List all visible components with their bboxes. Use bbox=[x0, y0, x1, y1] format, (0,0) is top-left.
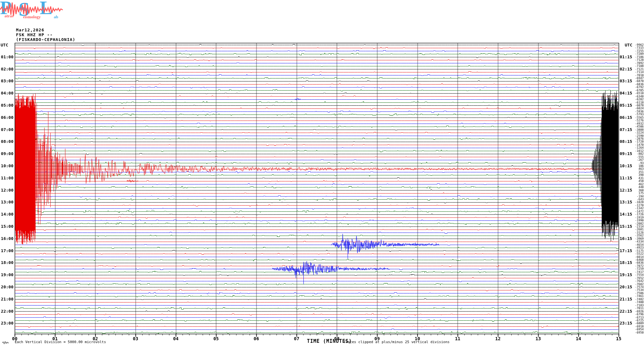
x-tick-label: 04 bbox=[169, 336, 183, 341]
right-hour-label: 17:15 bbox=[620, 248, 632, 253]
header-date: Mar12,2026 bbox=[16, 28, 44, 32]
left-hour-label: 18:00 bbox=[0, 260, 13, 265]
right-hour-label: 23:15 bbox=[620, 321, 632, 325]
scale-note: Each Vertical Division = 5000.00 microvo… bbox=[15, 340, 106, 344]
right-hour-label: 08:15 bbox=[620, 139, 632, 144]
x-tick-label: 13 bbox=[531, 336, 545, 341]
x-tick-label: 15 bbox=[612, 336, 626, 341]
left-hour-label: 19:00 bbox=[0, 272, 13, 277]
left-hour-label: 21:00 bbox=[0, 297, 13, 301]
left-hour-label: 15:00 bbox=[0, 224, 13, 229]
left-hour-label: 11:00 bbox=[0, 176, 13, 180]
right-hour-label: 09:15 bbox=[620, 151, 632, 156]
left-hour-label: 12:00 bbox=[0, 188, 13, 193]
footer-waveform-icon bbox=[2, 340, 9, 346]
left-hour-label: 16:00 bbox=[0, 236, 13, 241]
right-hour-label: 02:15 bbox=[620, 67, 632, 71]
left-hour-label: 23:00 bbox=[0, 321, 13, 325]
seismogram-plot-canvas bbox=[0, 0, 644, 346]
left-hour-label: 02:00 bbox=[0, 67, 13, 71]
x-tick-label: 14 bbox=[571, 336, 585, 341]
left-hour-label: 20:00 bbox=[0, 284, 13, 289]
right-hour-label: 03:15 bbox=[620, 78, 632, 83]
left-hour-label: 04:00 bbox=[0, 91, 13, 95]
left-hour-label: 03:00 bbox=[0, 78, 13, 83]
right-hour-label: 06:15 bbox=[620, 115, 632, 120]
x-tick-label: 07 bbox=[290, 336, 304, 341]
right-hour-label: 10:15 bbox=[620, 163, 632, 168]
right-hour-label: 19:15 bbox=[620, 272, 632, 277]
header-location: (FISKARDO-CEPHALONIA) bbox=[16, 37, 75, 42]
x-tick-label: 05 bbox=[209, 336, 223, 341]
left-hour-label: 14:00 bbox=[0, 212, 13, 217]
left-hour-label: 01:00 bbox=[0, 54, 13, 59]
right-hour-label: 05:15 bbox=[620, 103, 632, 108]
x-tick-label: 12 bbox=[491, 336, 505, 341]
utc-label-left: UTC bbox=[1, 43, 8, 47]
x-tick-label: 03 bbox=[128, 336, 143, 341]
logo-word-ab: ab bbox=[54, 14, 58, 20]
right-hour-label: 01:15 bbox=[620, 54, 632, 59]
clip-note: Traces clipped at plus/minus 25 vertical… bbox=[343, 340, 450, 344]
left-hour-label: 22:00 bbox=[0, 309, 13, 314]
right-hour-label: 15:15 bbox=[620, 224, 632, 229]
x-tick-label: 06 bbox=[249, 336, 263, 341]
psl-logo: P S L atras eismology ab bbox=[0, 0, 64, 21]
right-hour-label: 21:15 bbox=[620, 297, 632, 301]
right-hour-label: 04:15 bbox=[620, 91, 632, 95]
right-hour-label: 13:15 bbox=[620, 200, 632, 204]
left-hour-label: 10:00 bbox=[0, 163, 13, 168]
right-hour-label: 07:15 bbox=[620, 127, 632, 132]
x-tick-label: 11 bbox=[450, 336, 465, 341]
seismogram-page: P S L atras eismology ab Mar12,2026 FSK … bbox=[0, 0, 644, 346]
left-hour-label: 05:00 bbox=[0, 103, 13, 108]
right-hour-label: 11:15 bbox=[620, 176, 632, 180]
right-hour-label: 16:15 bbox=[620, 236, 632, 241]
utc-label-right: UTC bbox=[625, 43, 632, 47]
logo-word-eismology: eismology bbox=[23, 14, 41, 20]
right-hour-label: 12:15 bbox=[620, 188, 632, 193]
left-hour-label: 09:00 bbox=[0, 151, 13, 156]
right-hour-label: 20:15 bbox=[620, 284, 632, 289]
trace-offset-value: -6950 bbox=[633, 331, 644, 334]
right-hour-label: 22:15 bbox=[620, 309, 632, 314]
right-hour-label: 18:15 bbox=[620, 260, 632, 265]
right-hour-label: 14:15 bbox=[620, 212, 632, 217]
left-hour-label: 06:00 bbox=[0, 115, 13, 120]
left-hour-label: 08:00 bbox=[0, 139, 13, 144]
header-station: FSK HHZ HP -- bbox=[16, 32, 53, 37]
logo-word-atras: atras bbox=[4, 13, 13, 19]
left-hour-label: 17:00 bbox=[0, 248, 13, 253]
left-hour-label: 13:00 bbox=[0, 200, 13, 204]
left-hour-label: 07:00 bbox=[0, 127, 13, 132]
